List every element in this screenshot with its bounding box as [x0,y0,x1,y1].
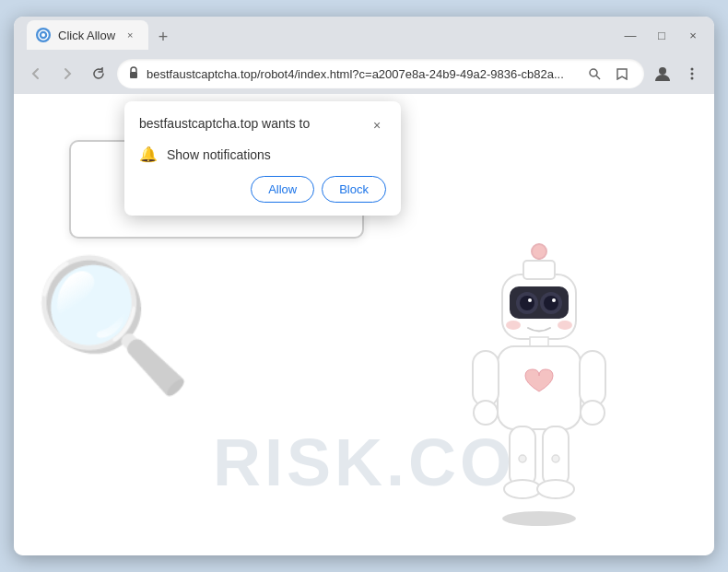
page-content: 🔍 RISK.CO CLICK «ALLOW» TO CONFIRM THAT … [14,94,714,555]
svg-point-20 [506,321,521,330]
back-button[interactable] [23,61,49,87]
nav-bar: bestfaustcaptcha.top/robot4/index.html?c… [14,53,714,94]
window-controls: — □ × [618,23,705,47]
popup-title: bestfaustcaptcha.top wants to [139,116,310,131]
svg-point-32 [519,455,526,462]
svg-point-18 [544,296,558,310]
forward-button[interactable] [54,61,80,87]
svg-point-7 [691,73,694,76]
svg-line-4 [596,76,600,79]
svg-point-21 [558,321,572,330]
lock-icon [128,66,139,82]
robot-illustration [438,233,640,528]
svg-point-15 [520,296,534,310]
bookmark-icon-btn[interactable] [611,63,633,85]
allow-button[interactable]: Allow [251,176,314,203]
new-tab-button[interactable]: + [150,24,176,50]
permission-text: Show notifications [167,147,271,162]
svg-point-1 [41,33,45,37]
popup-permission-row: 🔔 Show notifications [139,146,386,163]
svg-rect-26 [580,351,605,406]
search-icon-btn[interactable] [583,63,605,85]
svg-point-16 [528,298,532,302]
tab-favicon [36,28,51,42]
active-tab[interactable]: Click Allow × [27,20,148,50]
tab-area: Click Allow × + [23,20,611,50]
svg-point-5 [659,67,666,75]
title-bar: Click Allow × + — □ × [14,17,714,53]
svg-point-25 [474,401,498,425]
window-close-button[interactable]: × [681,23,705,47]
profile-button[interactable] [650,61,675,87]
notification-popup: bestfaustcaptcha.top wants to × 🔔 Show n… [124,101,401,216]
refresh-button[interactable] [86,61,112,87]
svg-point-9 [502,511,576,526]
svg-point-8 [691,77,694,80]
popup-header: bestfaustcaptcha.top wants to × [139,116,386,134]
address-bar[interactable]: bestfaustcaptcha.top/robot4/index.html?c… [117,59,644,88]
svg-rect-34 [523,261,555,279]
address-bar-icons [583,63,633,85]
tab-title: Click Allow [58,29,115,42]
svg-point-31 [537,480,574,498]
tab-close-button[interactable]: × [123,28,137,42]
popup-close-button[interactable]: × [368,116,386,134]
maximize-button[interactable]: □ [650,23,674,47]
url-text: bestfaustcaptcha.top/robot4/index.html?c… [147,67,576,81]
bell-icon: 🔔 [139,146,158,163]
svg-rect-2 [130,72,137,78]
svg-point-19 [552,298,556,302]
svg-point-27 [581,401,605,425]
block-button[interactable]: Block [322,176,386,203]
svg-point-6 [691,68,694,71]
nav-right-icons [650,61,705,87]
svg-point-3 [590,69,597,76]
chrome-menu-button[interactable] [679,61,705,87]
magnifier-watermark: 🔍 [32,249,194,401]
svg-rect-24 [473,351,499,406]
popup-buttons: Allow Block [139,176,386,203]
svg-point-11 [532,244,546,259]
browser-window: Click Allow × + — □ × [14,17,714,555]
svg-point-33 [552,455,559,462]
svg-point-29 [504,480,541,498]
minimize-button[interactable]: — [618,23,642,47]
